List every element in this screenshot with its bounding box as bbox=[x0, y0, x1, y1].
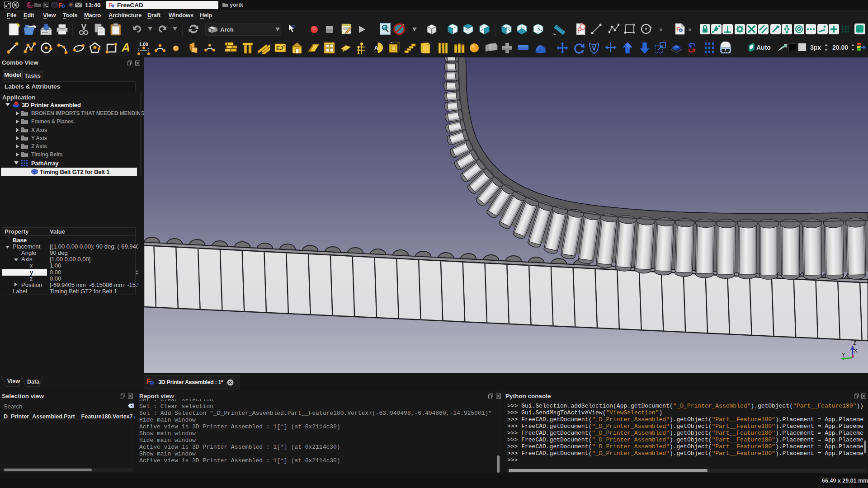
svg-text:F: F bbox=[676, 26, 680, 33]
svg-text:F: F bbox=[147, 378, 151, 385]
svg-text:F: F bbox=[59, 2, 62, 9]
svg-text:A: A bbox=[374, 45, 378, 51]
svg-text:F: F bbox=[109, 2, 112, 8]
svg-text:Y: Y bbox=[842, 352, 845, 357]
svg-text:EJ: EJ bbox=[276, 45, 283, 52]
svg-text:X: X bbox=[854, 348, 858, 353]
svg-text:1.00: 1.00 bbox=[139, 42, 148, 47]
svg-text:Data: Data bbox=[27, 379, 40, 385]
svg-text:Z: Z bbox=[854, 340, 857, 346]
svg-text:View: View bbox=[7, 378, 20, 385]
